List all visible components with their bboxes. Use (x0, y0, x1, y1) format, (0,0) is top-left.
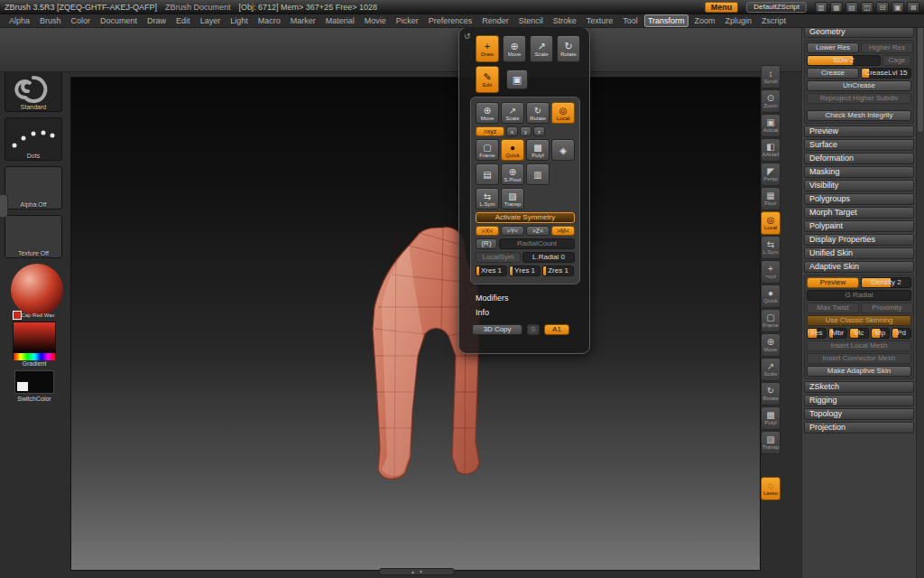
menu-item[interactable]: Color (68, 14, 95, 27)
palette-section-header[interactable]: Rigging (804, 395, 914, 406)
shelf-button[interactable]: ▦ Floor (761, 187, 781, 210)
radial-count-slider[interactable]: RadialCount (499, 238, 575, 249)
menu-item[interactable]: Marker (287, 14, 319, 27)
palette-icon[interactable]: ▤ (845, 2, 858, 13)
menu-item[interactable]: Zoom (691, 14, 719, 27)
pt-sel-button[interactable]: ◈ (551, 139, 575, 161)
scrollbar-thumb[interactable] (918, 14, 923, 132)
mini-slider[interactable]: Pd (892, 328, 911, 339)
color-gradient-area[interactable] (14, 322, 55, 353)
brush-thumbnail[interactable]: Standard (5, 69, 62, 112)
make-adaptive-skin-button[interactable]: Make Adaptive Skin (807, 366, 911, 377)
popup-rotate2-button[interactable]: ↻ Rotate (526, 102, 550, 124)
shelf-button[interactable]: ⊕ Move (761, 333, 781, 357)
menu-item[interactable]: Light (226, 14, 252, 27)
quick-button[interactable]: ● Quick (501, 139, 524, 161)
preview-button[interactable]: Preview (807, 277, 859, 288)
shelf-button[interactable]: ▩ Polyf (761, 406, 781, 430)
check-mesh-integrity-button[interactable]: Check Mesh Integrity (807, 110, 911, 121)
palette-section-header[interactable]: Morph Target (804, 207, 914, 219)
local-sym-button[interactable]: LocalSym (476, 252, 521, 263)
palette-section-header[interactable]: Preview (804, 126, 914, 137)
scroll-up-icon[interactable]: ▲ (411, 569, 415, 574)
menu-item[interactable]: Alpha (5, 14, 33, 27)
palette-section-header[interactable]: Masking (804, 166, 914, 178)
reproject-button[interactable]: Reproject Higher Subdiv (807, 93, 911, 104)
uncrease-button[interactable]: UnCrease (807, 80, 911, 91)
shelf-button[interactable]: ◧ AAHalf (761, 138, 781, 162)
shelf-button[interactable]: ▣ Actual (761, 114, 781, 137)
axis-z-button[interactable]: z (533, 126, 545, 136)
palette-section-header[interactable]: Topology (804, 408, 914, 420)
shelf-button[interactable]: ◤ Persp (761, 163, 781, 186)
tool-palette-scrollbar[interactable] (916, 13, 924, 578)
shelf-button[interactable]: ↻ Rotate (761, 382, 781, 406)
higher-res-button[interactable]: Higher Res (861, 42, 913, 53)
xyz-pill-button[interactable]: >xyz (476, 126, 504, 136)
popup-edit-button[interactable]: ✎ Edit (476, 66, 499, 93)
palette-section-header[interactable]: Visibility (804, 180, 914, 191)
shelf-button[interactable]: ◎ Local (761, 211, 781, 235)
popup-reload-icon[interactable]: ↺ (464, 32, 471, 41)
menu-item[interactable]: Macro (254, 14, 284, 27)
switch-color-button[interactable] (14, 370, 54, 394)
menu-item[interactable]: Preferences (425, 14, 476, 27)
sym-z-button[interactable]: >Z< (526, 226, 550, 236)
frame-button[interactable]: ▢ Frame (476, 139, 499, 161)
document-canvas[interactable] (70, 77, 761, 571)
shelf-button[interactable]: ▢ Frame (761, 309, 781, 332)
zscript-button[interactable]: DefaultZScript (746, 2, 807, 13)
palette-section-header[interactable]: Polypaint (804, 220, 914, 232)
panel-columns-icon[interactable]: ▥ (815, 2, 827, 13)
shelf-button[interactable]: ↗ Scale (761, 358, 781, 381)
info-label[interactable]: Info (476, 308, 489, 317)
popup-local-button[interactable]: ◎ Local (551, 102, 575, 124)
mini-slider[interactable]: Mp (871, 328, 891, 339)
transparency-button[interactable]: ▨ Transp (501, 188, 524, 210)
menu-item[interactable]: Draw (143, 14, 170, 27)
menu-item[interactable]: Layer (197, 14, 225, 27)
scroll-down-icon[interactable]: ▼ (419, 569, 423, 574)
color-picker[interactable] (13, 322, 56, 359)
res-slider[interactable]: Zres 1 (542, 266, 574, 276)
l-radial-slider[interactable]: L.Radial 0 (522, 252, 575, 263)
copy-3d-button[interactable]: 3D Copy (472, 324, 522, 335)
menu-item[interactable]: Brush (36, 14, 65, 27)
insert-connector-mesh-button[interactable]: Insert Connector Mesh (807, 353, 911, 364)
palette-section-header[interactable]: Unified Skin (804, 247, 914, 259)
lock-icon[interactable]: ⊠ (907, 2, 919, 13)
stroke-thumbnail[interactable]: Dots (5, 117, 62, 161)
modifiers-label[interactable]: Modifiers (476, 294, 509, 303)
popup-rotate-button[interactable]: ↻ Rotate (557, 35, 580, 62)
sym-y-button[interactable]: >Y< (501, 226, 524, 236)
set-pivot-button[interactable]: ⊕ S.Pivot (501, 163, 524, 185)
grid-icon[interactable]: ▦ (830, 2, 843, 13)
s-button[interactable]: S (527, 324, 540, 335)
activate-symmetry-button[interactable]: Activate Symmetry (476, 212, 575, 223)
menu-item[interactable]: Material (322, 14, 358, 27)
mini-slider[interactable]: Mbr 0 (828, 328, 848, 339)
popup-move-button[interactable]: ⊕ Move (503, 35, 526, 62)
menu-item[interactable]: Texture (583, 14, 617, 27)
clear-pivot-button[interactable]: ▥ (526, 163, 550, 185)
res-slider[interactable]: Xres 1 (476, 266, 507, 276)
current-color-swatch[interactable] (13, 311, 22, 320)
hue-bar[interactable] (14, 353, 55, 360)
res-slider[interactable]: Yres 1 (509, 266, 541, 276)
palette-section-header[interactable]: Deformation (804, 153, 914, 164)
menu-item[interactable]: Edit (172, 14, 194, 27)
axis-x-button[interactable]: x (506, 126, 518, 136)
menu-item[interactable]: Tool (619, 14, 642, 27)
menu-item[interactable]: Picker (393, 14, 422, 27)
mini-slider[interactable]: Mc (849, 328, 869, 339)
menu-toggle-button[interactable]: Menu (705, 2, 739, 13)
cage-button[interactable]: Cage (882, 55, 911, 66)
palette-section-header[interactable]: Display Properties (804, 234, 914, 246)
popup-photo-button[interactable]: ▣ (506, 70, 528, 89)
g-radial-slider[interactable]: G Radial (807, 290, 911, 301)
menu-item[interactable]: Transform (644, 14, 688, 27)
polyframe-button[interactable]: ▩ Polyf (526, 139, 550, 161)
menu-item[interactable]: Document (97, 14, 141, 27)
menu-item[interactable]: Zplugin (722, 14, 756, 27)
insert-local-mesh-button[interactable]: Insert Local Mesh (807, 340, 911, 351)
